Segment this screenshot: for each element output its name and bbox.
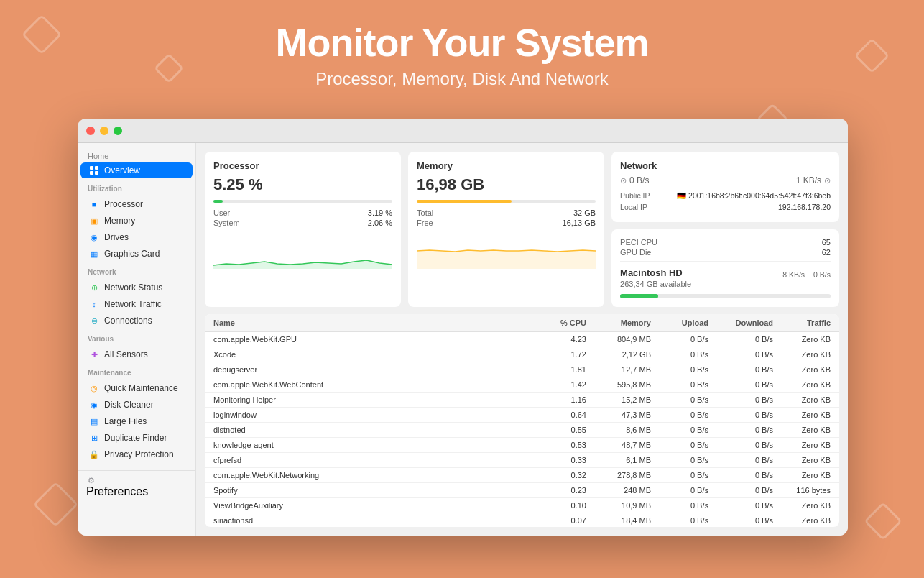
svg-rect-0 [90, 166, 93, 170]
disk-progress-fill [620, 294, 658, 298]
process-memory: 248 MB [586, 486, 651, 495]
process-memory: 10,9 MB [586, 501, 651, 510]
flag-icon: 🇩🇪 [677, 191, 688, 200]
minimize-button[interactable] [100, 127, 108, 135]
process-download: 0 B/s [708, 380, 773, 389]
col-download: Download [708, 318, 773, 327]
sidebar-item-network-traffic[interactable]: ↕ Network Traffic [80, 296, 193, 312]
sidebar-item-disk-cleaner[interactable]: ◉ Disk Cleaner [80, 397, 193, 413]
sidebar-item-duplicate-finder[interactable]: ⊞ Duplicate Finder [80, 430, 193, 446]
sidebar-item-network-status[interactable]: ⊕ Network Status [80, 280, 193, 295]
processor-panel-title: Processor [213, 160, 392, 171]
sensors-icon: ✚ [89, 349, 99, 359]
sidebar-item-overview[interactable]: Overview [80, 162, 193, 178]
quick-maintenance-icon: ◎ [89, 383, 99, 393]
table-row[interactable]: com.apple.WebKit.Networking 0.32 278,8 M… [205, 468, 839, 483]
process-upload: 0 B/s [651, 365, 708, 374]
processor-label: Processor [104, 199, 143, 209]
process-traffic: Zero KB [773, 350, 831, 359]
process-memory: 12,7 MB [586, 365, 651, 374]
disk-progress-track [620, 294, 831, 298]
process-name: knowledge-agent [213, 441, 529, 449]
table-row[interactable]: loginwindow 0.64 47,3 MB 0 B/s 0 B/s Zer… [205, 408, 839, 423]
process-memory: 47,3 MB [586, 410, 651, 419]
sidebar-item-connections[interactable]: ⊜ Connections [80, 313, 193, 329]
table-row[interactable]: cfprefsd 0.33 6,1 MB 0 B/s 0 B/s Zero KB [205, 453, 839, 468]
process-name: debugserver [213, 365, 529, 374]
process-name: Xcode [213, 350, 529, 359]
table-row[interactable]: Monitoring Helper 1.16 15,2 MB 0 B/s 0 B… [205, 393, 839, 408]
graphics-icon: ▦ [89, 249, 99, 259]
processor-user-row: User 3.19 % [213, 208, 392, 217]
process-name: siriactionsd [213, 516, 529, 525]
page-title: Monitor Your System [0, 20, 924, 65]
sidebar-item-drives[interactable]: ◉ Drives [80, 229, 193, 245]
privacy-icon: 🔒 [89, 449, 99, 459]
process-traffic: Zero KB [773, 380, 831, 389]
table-row[interactable]: distnoted 0.55 8,6 MB 0 B/s 0 B/s Zero K… [205, 423, 839, 438]
memory-panel: Memory 16,98 GB Total 32 GB Free 16,13 G… [408, 152, 604, 307]
maintenance-section-label: Maintenance [78, 363, 195, 380]
process-cpu: 1.42 [529, 380, 586, 389]
table-row[interactable]: ViewBridgeAuxiliary 0.10 10,9 MB 0 B/s 0… [205, 498, 839, 513]
sidebar-item-privacy-protection[interactable]: 🔒 Privacy Protection [80, 446, 193, 462]
network-local-ip-row: Local IP 192.168.178.20 [620, 203, 831, 211]
large-files-icon: ▤ [89, 416, 99, 426]
process-memory: 278,8 MB [586, 471, 651, 480]
memory-total-value: 32 GB [573, 208, 596, 217]
large-files-label: Large Files [104, 416, 147, 426]
process-traffic: Zero KB [773, 365, 831, 374]
sidebar-item-large-files[interactable]: ▤ Large Files [80, 413, 193, 429]
table-row[interactable]: siriactionsd 0.07 18,4 MB 0 B/s 0 B/s Ze… [205, 513, 839, 527]
processor-panel: Processor 5.25 % User 3.19 % System 2.06… [205, 152, 401, 307]
app-window: Home Overview Utilization ■ Processor ▣ … [78, 119, 848, 536]
table-row[interactable]: debugserver 1.81 12,7 MB 0 B/s 0 B/s Zer… [205, 362, 839, 377]
sidebar: Home Overview Utilization ■ Processor ▣ … [78, 143, 196, 536]
svg-rect-3 [95, 171, 98, 175]
process-upload: 0 B/s [651, 501, 708, 510]
process-memory: 595,8 MB [586, 380, 651, 389]
col-memory: Memory [586, 318, 651, 327]
process-cpu: 0.64 [529, 410, 586, 419]
table-row[interactable]: com.apple.WebKit.WebContent 1.42 595,8 M… [205, 377, 839, 393]
process-upload: 0 B/s [651, 395, 708, 404]
process-cpu: 0.53 [529, 441, 586, 449]
memory-label: Memory [104, 216, 135, 226]
disk-name: Macintosh HD [620, 267, 691, 278]
table-row[interactable]: Xcode 1.72 2,12 GB 0 B/s 0 B/s Zero KB [205, 347, 839, 362]
sidebar-item-processor[interactable]: ■ Processor [80, 196, 193, 212]
connections-label: Connections [104, 316, 152, 326]
process-traffic: 116 bytes [773, 486, 831, 495]
sidebar-preferences[interactable]: ⚙ Preferences [78, 470, 195, 504]
sidebar-item-graphics-card[interactable]: ▦ Graphics Card [80, 246, 193, 262]
process-traffic: Zero KB [773, 456, 831, 464]
network-panel: Network ⊙ 0 B/s 1 KB/s ⊙ [611, 152, 839, 222]
sidebar-item-memory[interactable]: ▣ Memory [80, 213, 193, 229]
duplicate-finder-icon: ⊞ [89, 433, 99, 443]
memory-progress-track [417, 200, 596, 203]
process-upload: 0 B/s [651, 426, 708, 434]
close-button[interactable] [86, 127, 95, 135]
maximize-button[interactable] [114, 127, 122, 135]
sidebar-item-quick-maintenance[interactable]: ◎ Quick Maintenance [80, 380, 193, 396]
process-cpu: 0.55 [529, 426, 586, 434]
processor-system-value: 2.06 % [368, 219, 392, 227]
preferences-label: Preferences [86, 485, 148, 497]
memory-total-row: Total 32 GB [417, 208, 596, 217]
public-ip-label: Public IP [620, 191, 650, 201]
drives-icon: ◉ [89, 232, 99, 242]
graphics-card-label: Graphics Card [104, 249, 160, 259]
network-public-ip-row: Public IP 🇩🇪 2001:16b8:2b6f:c000:64d5:54… [620, 191, 831, 201]
table-row[interactable]: Spotify 0.23 248 MB 0 B/s 0 B/s 116 byte… [205, 483, 839, 498]
local-ip-value: 192.168.178.20 [778, 203, 831, 211]
table-body: com.apple.WebKit.GPU 4.23 804,9 MB 0 B/s… [205, 332, 839, 527]
process-upload: 0 B/s [651, 456, 708, 464]
table-row[interactable]: com.apple.WebKit.GPU 4.23 804,9 MB 0 B/s… [205, 332, 839, 347]
processor-system-row: System 2.06 % [213, 219, 392, 227]
process-name: Monitoring Helper [213, 395, 529, 404]
sidebar-item-all-sensors[interactable]: ✚ All Sensors [80, 347, 193, 362]
table-row[interactable]: knowledge-agent 0.53 48,7 MB 0 B/s 0 B/s… [205, 438, 839, 453]
disk-available: 263,34 GB available [620, 280, 691, 288]
process-download: 0 B/s [708, 471, 773, 480]
process-memory: 15,2 MB [586, 395, 651, 404]
